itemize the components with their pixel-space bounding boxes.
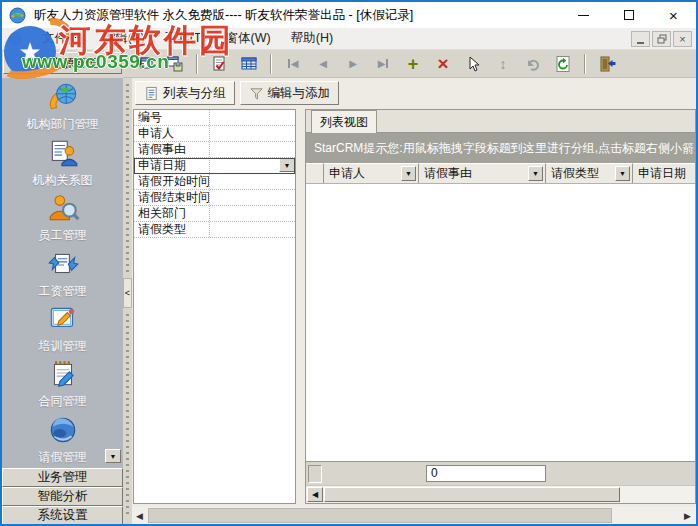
department-globe-phone-icon: [46, 80, 80, 114]
refresh-data-button[interactable]: [551, 53, 575, 75]
field-label: 相关部门: [134, 206, 210, 221]
column-header-blank: [306, 163, 324, 183]
menu-edit[interactable]: 编辑(E): [93, 28, 155, 49]
maximize-button[interactable]: [606, 2, 651, 28]
apply-date-input[interactable]: [210, 158, 279, 173]
scrollbar-thumb[interactable]: [148, 508, 612, 523]
splitter-collapse-button[interactable]: <: [123, 278, 132, 308]
sidebar-item-contract-mgmt[interactable]: 合同管理: [39, 357, 87, 410]
field-value[interactable]: [210, 142, 295, 157]
exit-button[interactable]: [595, 53, 619, 75]
column-filter-button[interactable]: ▼: [528, 166, 543, 181]
sidebar-scroll-down-button[interactable]: ▼: [105, 449, 121, 463]
list-horizontal-scrollbar[interactable]: ◀: [306, 485, 695, 503]
menu-file[interactable]: 文件(F): [32, 28, 93, 49]
scroll-left-button[interactable]: ◀: [132, 507, 147, 524]
form-row-leave-start[interactable]: 请假开始时间: [134, 174, 295, 190]
sidebar-item-dept-mgmt[interactable]: 机构部门管理: [27, 80, 99, 133]
minimize-icon: [578, 15, 589, 16]
contract-notepad-pen-icon: [46, 357, 80, 391]
field-value[interactable]: [210, 190, 295, 205]
mdi-restore-button[interactable]: [652, 31, 671, 47]
column-header-applicant[interactable]: 申请人▼: [324, 163, 419, 183]
scrollbar-thumb[interactable]: [324, 487, 620, 502]
tab-edit-and-add[interactable]: 编辑与添加: [240, 81, 340, 105]
form-row-leave-reason[interactable]: 请假事由: [134, 142, 295, 158]
field-value[interactable]: [210, 206, 295, 221]
toolbar: ◀ ◀ ▶ ▶ + × ↕: [123, 50, 696, 78]
window-horizontal-scrollbar[interactable]: ◀ ▶: [132, 507, 696, 524]
form-row-leave-type[interactable]: 请假类型: [134, 222, 295, 238]
leave-globe-icon: [46, 413, 80, 447]
apply-date-dropdown-button[interactable]: ▼: [279, 158, 295, 172]
sidebar-item-training-mgmt[interactable]: 培训管理: [39, 302, 87, 355]
mdi-minimize-icon: [637, 42, 644, 44]
scroll-left-icon: ◀: [136, 511, 143, 521]
column-filter-button[interactable]: ▼: [401, 166, 416, 181]
maximize-icon: [624, 10, 634, 20]
sidebar-item-org-chart[interactable]: 机构关系图: [33, 136, 93, 189]
minimize-button[interactable]: [561, 2, 606, 28]
grid-view-button[interactable]: [237, 53, 261, 75]
apply-date-combobox[interactable]: ▼: [210, 158, 295, 173]
salary-doc-arrows-icon: [46, 247, 80, 281]
field-value[interactable]: [210, 174, 295, 189]
mdi-close-icon: ×: [679, 34, 685, 45]
new-window-button[interactable]: [133, 53, 157, 75]
sidebar-item-salary-mgmt[interactable]: 工资管理: [39, 247, 87, 300]
nav-next-button[interactable]: ▶: [341, 53, 365, 75]
sidebar-item-leave-mgmt[interactable]: 请假管理: [39, 413, 87, 466]
sidebar-item-employee-mgmt[interactable]: 员工管理: [39, 191, 87, 244]
add-record-button[interactable]: +: [401, 53, 425, 75]
form-row-applicant[interactable]: 申请人: [134, 126, 295, 142]
list-group-tab-icon: [144, 86, 159, 101]
column-header-leave-reason[interactable]: 请假事由▼: [419, 163, 546, 183]
sidebar-group-business[interactable]: 业务管理: [2, 468, 123, 487]
scroll-left-button[interactable]: ◀: [307, 487, 323, 502]
sidebar-group-analysis[interactable]: 智能分析: [2, 487, 123, 506]
splitter-dots: [126, 84, 129, 274]
form-row-leave-end[interactable]: 请假结束时间: [134, 190, 295, 206]
scroll-right-button[interactable]: ▶: [680, 507, 695, 524]
toolbar-separator: [196, 54, 198, 74]
undo-button[interactable]: [521, 53, 545, 75]
list-column-headers: 申请人▼ 请假事由▼ 请假类型▼ 申请日期: [306, 163, 695, 184]
form-row-number[interactable]: 编号: [134, 110, 295, 126]
count-bar-cell: [308, 465, 322, 483]
field-value[interactable]: [210, 126, 295, 141]
tab-list-and-group[interactable]: 列表与分组: [135, 81, 235, 105]
nav-last-icon: [386, 59, 388, 68]
nav-last-button[interactable]: ▶: [371, 53, 395, 75]
field-value: ▼: [210, 158, 295, 173]
column-filter-button[interactable]: ▼: [615, 166, 630, 181]
form-row-department[interactable]: 相关部门: [134, 206, 295, 222]
mdi-close-button[interactable]: ×: [673, 31, 692, 47]
sidebar-group-settings[interactable]: 系统设置: [2, 506, 123, 525]
nav-prev-button[interactable]: ◀: [311, 53, 335, 75]
nav-next-icon: ▶: [349, 59, 357, 69]
record-list-area[interactable]: [306, 184, 695, 461]
commit-button[interactable]: ↕: [491, 53, 515, 75]
column-header-leave-type[interactable]: 请假类型▼: [546, 163, 633, 183]
mdi-minimize-button[interactable]: [631, 31, 650, 47]
nav-first-button[interactable]: ◀: [281, 53, 305, 75]
training-monitor-pen-icon: [46, 302, 80, 336]
field-label: 请假类型: [134, 222, 210, 237]
menu-window[interactable]: 窗体(W): [216, 28, 281, 49]
sidebar-splitter[interactable]: <: [123, 78, 132, 524]
close-button[interactable]: ×: [651, 2, 696, 28]
menu-tools[interactable]: 工具(T): [155, 28, 216, 49]
delete-record-button[interactable]: ×: [431, 53, 455, 75]
save-layout-button[interactable]: [163, 53, 187, 75]
audit-document-button[interactable]: [207, 53, 231, 75]
menu-help[interactable]: 帮助(H): [281, 28, 343, 49]
form-row-apply-date[interactable]: 申请日期 ▼: [134, 158, 295, 174]
refresh-data-icon: [554, 55, 572, 73]
field-value[interactable]: [210, 222, 295, 237]
field-value[interactable]: [210, 110, 295, 125]
sidebar-group-header[interactable]: 人力资源管理: [3, 52, 122, 74]
pointer-button[interactable]: [461, 53, 485, 75]
group-by-hint-bar[interactable]: StarCRM提示您:用鼠标拖拽字段标题到这里进行分组,点击标题右侧小箭头: [306, 133, 695, 163]
column-header-apply-date[interactable]: 申请日期: [633, 163, 695, 183]
tab-list-view[interactable]: 列表视图: [311, 110, 377, 133]
